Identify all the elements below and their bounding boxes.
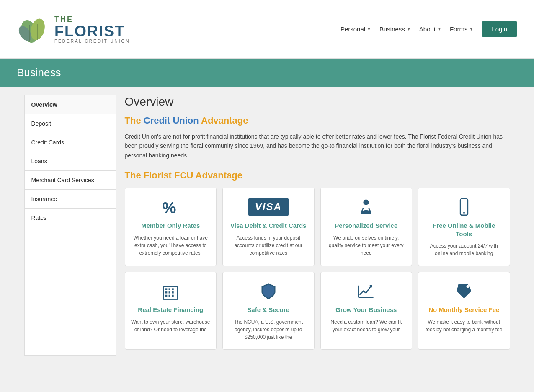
nav-personal[interactable]: Personal ▼ — [341, 26, 371, 33]
card-real-estate: Real Estate Financing Want to own your s… — [125, 272, 217, 350]
card-title: Safe & Secure — [229, 306, 308, 314]
card-desc: We make it easy to bank without fees by … — [424, 318, 504, 333]
nav-business[interactable]: Business ▼ — [379, 26, 411, 33]
card-desc: Whether you need a loan or have extra ca… — [131, 234, 211, 257]
svg-rect-20 — [172, 295, 174, 297]
chart-icon — [327, 281, 406, 302]
overview-text: Credit Union's are not-for-profit financ… — [125, 132, 510, 160]
card-title: No Monthly Service Fee — [424, 306, 504, 314]
card-desc: Want to own your store, warehouse or lan… — [131, 318, 211, 333]
card-title: Member Only Rates — [131, 222, 211, 230]
cards-row-2: Real Estate Financing Want to own your s… — [125, 272, 510, 350]
chevron-down-icon: ▼ — [437, 27, 441, 31]
card-title: Visa Debit & Credit Cards — [229, 222, 308, 230]
card-title: Free Online & Mobile Tools — [424, 222, 504, 238]
page-banner-title: Business — [17, 66, 61, 79]
svg-rect-18 — [165, 295, 167, 297]
card-desc: Access funds in your deposit accounts or… — [229, 234, 308, 257]
main-layout: Overview Deposit Credit Cards Loans Merc… — [16, 95, 519, 356]
nav-about[interactable]: About ▼ — [419, 26, 441, 33]
svg-rect-14 — [172, 289, 174, 290]
logo-sub: FEDERAL CREDIT UNION — [54, 39, 130, 44]
card-title: Real Estate Financing — [131, 306, 211, 314]
percent-icon: % — [131, 196, 211, 217]
svg-text:%: % — [162, 199, 176, 217]
svg-rect-16 — [169, 291, 170, 293]
svg-rect-17 — [172, 291, 174, 293]
page-banner: Business — [0, 59, 534, 87]
visa-icon: VISA — [229, 196, 308, 217]
svg-rect-13 — [169, 289, 170, 290]
site-header: THE FLORIST FEDERAL CREDIT UNION Persona… — [0, 0, 534, 59]
sidebar-item-rates[interactable]: Rates — [25, 209, 116, 227]
sidebar-item-loans[interactable]: Loans — [25, 152, 116, 171]
main-nav: Personal ▼ Business ▼ About ▼ Forms ▼ Lo… — [341, 21, 517, 37]
card-desc: We pride ourselves on timely, quality se… — [327, 234, 406, 257]
advantage-heading: The Credit Union Advantage — [125, 115, 510, 126]
card-desc: Access your account 24/7 with online and… — [424, 242, 504, 257]
person-icon — [327, 196, 406, 217]
nav-forms[interactable]: Forms ▼ — [450, 26, 473, 33]
chevron-down-icon: ▼ — [367, 27, 371, 31]
card-grow-business: Grow Your Business Need a custom loan? W… — [320, 272, 413, 350]
svg-point-6 — [364, 200, 369, 205]
card-desc: Need a custom loan? We can fit your exac… — [327, 318, 406, 333]
sidebar-item-deposit[interactable]: Deposit — [25, 114, 116, 133]
main-content: Overview The Credit Union Advantage Cred… — [125, 95, 510, 356]
card-personalized-service: Personalized Service We pride ourselves … — [320, 188, 413, 266]
svg-rect-19 — [169, 295, 170, 297]
sidebar-item-insurance[interactable]: Insurance — [25, 190, 116, 209]
svg-point-23 — [466, 285, 469, 288]
sidebar-item-merchant-card-services[interactable]: Merchant Card Services — [25, 171, 116, 190]
shield-icon — [229, 281, 308, 302]
card-member-rates: % Member Only Rates Whether you need a l… — [125, 188, 217, 266]
logo-text: THE FLORIST FEDERAL CREDIT UNION — [54, 15, 130, 44]
mobile-icon — [424, 196, 504, 217]
card-safe-secure: Safe & Secure The NCUA, a U.S. governmen… — [222, 272, 315, 350]
logo-florist: FLORIST — [54, 24, 130, 39]
page-title: Overview — [125, 95, 510, 108]
card-title: Personalized Service — [327, 222, 406, 230]
fcu-advantage-heading: The Florist FCU Advantage — [125, 170, 510, 181]
card-desc: The NCUA, a U.S. government agency, insu… — [229, 318, 308, 341]
card-title: Grow Your Business — [327, 306, 406, 314]
chevron-down-icon: ▼ — [407, 27, 411, 31]
logo-area: THE FLORIST FEDERAL CREDIT UNION — [17, 13, 130, 46]
sidebar-item-credit-cards[interactable]: Credit Cards — [25, 133, 116, 152]
card-mobile-tools: Free Online & Mobile Tools Access your a… — [418, 188, 510, 266]
building-icon — [131, 281, 211, 302]
cards-row-1: % Member Only Rates Whether you need a l… — [125, 188, 510, 266]
logo-icon — [17, 13, 50, 46]
card-visa: VISA Visa Debit & Credit Cards Access fu… — [222, 188, 315, 266]
chevron-down-icon: ▼ — [469, 27, 473, 31]
svg-rect-15 — [165, 291, 167, 293]
tag-icon — [424, 281, 504, 302]
sidebar-item-overview[interactable]: Overview — [25, 95, 116, 114]
svg-rect-12 — [165, 289, 167, 290]
sidebar: Overview Deposit Credit Cards Loans Merc… — [24, 95, 116, 356]
login-button[interactable]: Login — [482, 21, 517, 37]
card-no-monthly-fee: No Monthly Service Fee We make it easy t… — [418, 272, 510, 350]
